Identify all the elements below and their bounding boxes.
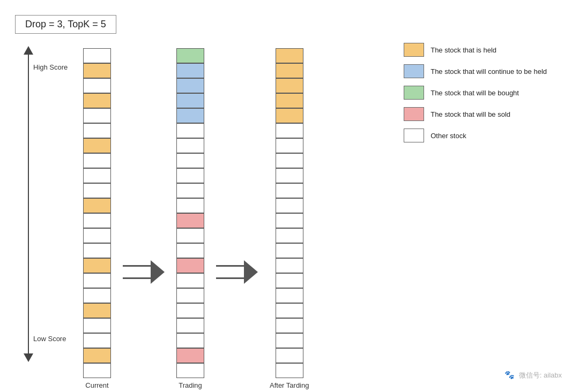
stock-cell: [276, 108, 303, 123]
stock-cell: [83, 288, 111, 303]
watermark: 🐾 微信号: ailabx: [504, 370, 562, 380]
legend: The stock that is heldThe stock that wil…: [404, 43, 547, 150]
stock-cell: [176, 78, 204, 93]
stock-cells-1: [176, 48, 204, 378]
legend-color-box: [404, 129, 424, 142]
axis-arrow-down: [24, 353, 33, 362]
stock-cell: [176, 93, 204, 108]
stock-cell: [176, 273, 204, 288]
stock-cells-0: [83, 48, 111, 378]
legend-label-text: The stock that will continue to be held: [430, 67, 547, 76]
stock-cell: [176, 108, 204, 123]
title-text: Drop = 3, TopK = 5: [25, 19, 106, 29]
column-label-1: Trading: [179, 381, 202, 389]
stock-cell: [176, 183, 204, 198]
stock-cell: [176, 198, 204, 213]
legend-item-4: Other stock: [404, 129, 547, 142]
stock-cell: [176, 48, 204, 63]
stock-cell: [83, 123, 111, 138]
stock-cell: [276, 78, 303, 93]
trading-column: Trading: [176, 48, 204, 389]
stock-cell: [276, 273, 303, 288]
title: Drop = 3, TopK = 5: [15, 15, 116, 34]
stock-cell: [176, 348, 204, 363]
stock-cell: [83, 78, 111, 93]
legend-item-3: The stock that will be sold: [404, 107, 547, 121]
stock-cell: [83, 168, 111, 183]
stock-cell: [83, 93, 111, 108]
stock-cell: [176, 168, 204, 183]
legend-label-text: The stock that is held: [430, 46, 496, 54]
high-score-label: High Score: [33, 63, 68, 72]
stock-cell: [276, 198, 303, 213]
stock-cell: [276, 333, 303, 348]
stock-cell: [83, 318, 111, 333]
stock-cell: [276, 243, 303, 258]
stock-cell: [83, 303, 111, 318]
stock-cell: [83, 213, 111, 228]
legend-label-text: The stock that will be sold: [430, 110, 510, 118]
stock-cell: [276, 288, 303, 303]
stock-cell: [276, 258, 303, 273]
stock-cell: [83, 333, 111, 348]
stock-cell: [176, 318, 204, 333]
stock-cell: [276, 48, 303, 63]
stock-cell: [276, 123, 303, 138]
stock-cell: [176, 153, 204, 168]
stock-cell: [276, 318, 303, 333]
after-trading-column: After Tarding: [270, 48, 309, 389]
stock-cell: [176, 228, 204, 243]
stock-cell: [276, 168, 303, 183]
column-label-0: Current: [85, 381, 108, 389]
stock-cell: [276, 153, 303, 168]
stock-cell: [83, 348, 111, 363]
axis-arrow-up: [24, 46, 33, 55]
stock-cell: [83, 153, 111, 168]
column-label-2: After Tarding: [270, 381, 309, 389]
score-axis: [28, 54, 29, 353]
stock-cell: [83, 138, 111, 153]
stock-cell: [276, 138, 303, 153]
legend-item-0: The stock that is held: [404, 43, 547, 57]
legend-label-text: The stock that will be bought: [430, 89, 519, 97]
stock-cell: [83, 183, 111, 198]
stock-cell: [176, 213, 204, 228]
current-column: Current: [83, 48, 111, 389]
legend-item-2: The stock that will be bought: [404, 86, 547, 100]
stock-cell: [176, 288, 204, 303]
stock-cells-2: [276, 48, 303, 378]
stock-cell: [176, 303, 204, 318]
legend-color-box: [404, 43, 424, 57]
stock-cell: [176, 333, 204, 348]
stock-cell: [176, 123, 204, 138]
stock-cell: [176, 258, 204, 273]
legend-color-box: [404, 64, 424, 78]
legend-label-text: Other stock: [430, 132, 466, 140]
stock-cell: [276, 363, 303, 378]
stock-cell: [176, 363, 204, 378]
legend-color-box: [404, 107, 424, 121]
stock-cell: [276, 63, 303, 78]
stock-cell: [83, 258, 111, 273]
stock-cell: [83, 63, 111, 78]
stock-cell: [83, 243, 111, 258]
stock-cell: [83, 363, 111, 378]
stock-cell: [83, 228, 111, 243]
stock-cell: [176, 243, 204, 258]
stock-cell: [176, 63, 204, 78]
legend-item-1: The stock that will continue to be held: [404, 64, 547, 78]
stock-cell: [83, 198, 111, 213]
stock-cell: [83, 48, 111, 63]
stock-cell: [276, 183, 303, 198]
arrow-1: [111, 48, 176, 378]
stock-cell: [83, 108, 111, 123]
watermark-text: 微信号: ailabx: [519, 371, 562, 379]
stock-cell: [276, 348, 303, 363]
stock-cell: [276, 93, 303, 108]
low-score-label: Low Score: [33, 335, 66, 344]
stock-cell: [276, 303, 303, 318]
stock-cell: [176, 138, 204, 153]
stock-cell: [83, 273, 111, 288]
stock-cell: [276, 228, 303, 243]
arrow-2: [204, 48, 270, 378]
